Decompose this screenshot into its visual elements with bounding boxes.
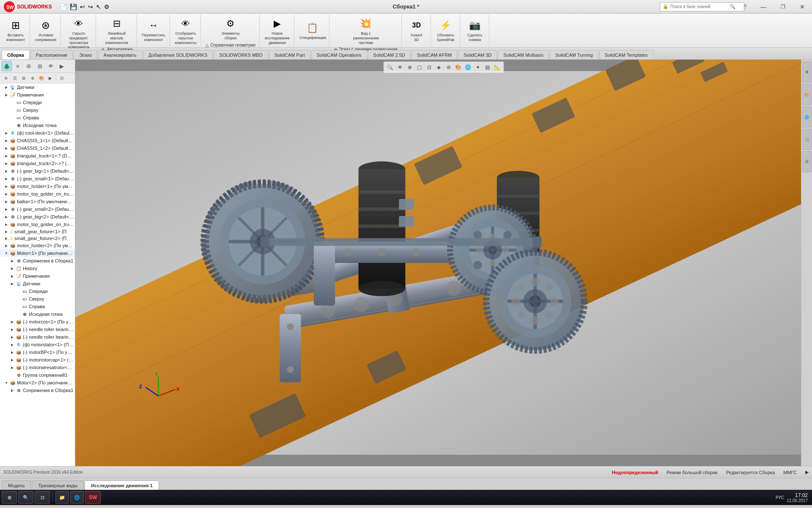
tree-item-motor1[interactable]: ▼ 📦 Motor<1> (По умолчанию<<По	[0, 249, 75, 257]
help-icon[interactable]: ?	[737, 0, 754, 14]
tree-item-triangular2[interactable]: ▶ 📦 triangular_truck<2>->? (Default<	[0, 160, 75, 167]
save-icon[interactable]: 💾	[69, 3, 78, 11]
tasks-button[interactable]: ☰	[802, 151, 812, 172]
appearance-icon[interactable]: 🎨	[37, 74, 46, 82]
tree-item-motor1-top[interactable]: ▭ Сверху	[0, 295, 75, 303]
appearances-button[interactable]: 🎨	[802, 84, 812, 105]
tab-analyze[interactable]: Анализировать	[98, 50, 142, 59]
property-manager-icon[interactable]: ≡	[13, 61, 23, 71]
tree-item-cool-deck[interactable]: ▶ Ф (ф) cool-deck<1> (Default<<Def	[0, 129, 75, 137]
tree-item-gear-small2[interactable]: ▶ ⚙ (-) gear_small<2> (Default<<Def	[0, 205, 75, 213]
start-button[interactable]: ⊞	[2, 491, 17, 504]
dimension-icon[interactable]: 📐	[493, 63, 502, 72]
tree-item-gear-big2[interactable]: ▶ ⚙ (-) gear_big<2> (Default<<Defa	[0, 213, 75, 221]
tree-item-motorcos1[interactable]: ▶ 📦 (-) motorcos<1> (По умол	[0, 318, 75, 326]
tree-item-motor-top2[interactable]: ▶ 📦 motor_top_golder_on_truck<2>:	[0, 221, 75, 228]
new-file-icon[interactable]: 📄	[59, 3, 68, 11]
assembly-elements-button[interactable]: ⚙ Элементысборки	[219, 16, 242, 41]
tree-item-motor1-sensors[interactable]: ▶ 📡 Датчики	[0, 280, 75, 287]
realview-icon[interactable]: ✦	[473, 63, 483, 72]
status-expand-icon[interactable]: ▶	[805, 469, 809, 475]
tab-solidcam-turning[interactable]: SolidCAM Turning	[550, 50, 598, 59]
tree-item-origin[interactable]: ⊕ Исходная точка	[0, 121, 75, 129]
hide-lines-icon[interactable]: ⊡	[425, 63, 434, 72]
tab-assembly[interactable]: Сборка	[2, 50, 30, 59]
search-input[interactable]	[670, 4, 730, 9]
undo-icon[interactable]: ↩	[79, 3, 86, 11]
explode-view-button[interactable]: 💥 Вид сразнесеннымичастями	[351, 16, 380, 46]
filter-icon[interactable]: ⊛	[2, 74, 10, 82]
tree-item-needle1[interactable]: ▶ 📦 (-) needle roller bearing_nrb:	[0, 326, 75, 333]
expand-all-icon[interactable]: ▶	[46, 74, 55, 82]
tab-sketch[interactable]: Эскиз	[74, 50, 97, 59]
tree-item-front[interactable]: ▭ Спереди	[0, 99, 75, 106]
tree-item-balka1[interactable]: ▶ 📦 balka<1> (По умолчанию<<По	[0, 198, 75, 205]
search-go-icon[interactable]: 🔍	[730, 4, 735, 9]
tree-item-chassis2[interactable]: ▶ 📦 CHASSIS_1<2> (Default<<Defaul	[0, 144, 75, 152]
tree-item-small-gear-fixture1[interactable]: ▶ ⚠ small_gear_fixture<1> (П	[0, 228, 75, 235]
tab-solidcam-afrm[interactable]: SolidCAM AFRM	[411, 50, 458, 59]
tab-solidcam-multiaxis[interactable]: SolidCAM Multiaxis	[498, 50, 549, 59]
tree-item-motorbp1[interactable]: ▶ 📦 (-) motorBP<1> (По умолч	[0, 348, 75, 356]
view-settings-button[interactable]: ⚙	[802, 61, 812, 83]
tree-item-sensors[interactable]: ▶ 📡 Датчики	[0, 83, 75, 91]
3d-viewport[interactable]: 🔍 👁 ⊕ ▢ ⊡ ◈ ⊚ 🎨 🌐 ✦ ▤ 📐	[75, 60, 812, 466]
tab-3d-views[interactable]: Трехмерные виды	[32, 480, 84, 490]
select-icon[interactable]: ↖	[95, 3, 102, 11]
conditions-button[interactable]: ⊛ Условиясопряжения	[33, 16, 58, 45]
tree-item-motor1-right[interactable]: ▭ Справа	[0, 303, 75, 310]
shadows-icon[interactable]: ▤	[483, 63, 492, 72]
task-view-button[interactable]: ⊡	[35, 491, 50, 504]
new-study-button[interactable]: ▶ Новоеисследованиедвижения	[263, 16, 291, 46]
tab-solidcam-templates[interactable]: SolidCAM Templates	[599, 50, 653, 59]
tab-solidcam-25d[interactable]: SolidCAM 2.5D	[368, 50, 411, 59]
tab-solidcam-part[interactable]: SolidCAM Part	[269, 50, 310, 59]
tree-item-right[interactable]: ▭ Справа	[0, 114, 75, 121]
tree-item-group-mates1[interactable]: ⚙ Группа сопряжений1	[0, 371, 75, 379]
config-manager-icon[interactable]: ⚙	[24, 61, 34, 71]
zoom-icon[interactable]: 🔍	[386, 63, 395, 72]
cam-manager-icon[interactable]: ⊞	[35, 61, 45, 71]
tree-item-gear-small1[interactable]: ▶ ⚙ (-) gear_small<1> (Default<<Def	[0, 175, 75, 182]
tree-item-motor-holder1[interactable]: ▶ 📦 motor_holder<1> (По умолчани	[0, 182, 75, 190]
tree-item-motorstator1[interactable]: ▶ Ф (ф) motorstator<1> (По умо	[0, 341, 75, 348]
specification-button[interactable]: 📋 Спецификация	[298, 16, 326, 45]
scene-background-button[interactable]: 🌐	[802, 106, 812, 127]
tree-item-motor1-front[interactable]: ▭ Спереди	[0, 287, 75, 295]
tree-item-motor1-mates[interactable]: ▶ ⚙ Сопряжения в Сборка1	[0, 257, 75, 265]
large-icon-view[interactable]: ⊞	[19, 74, 28, 82]
display-pane-button[interactable]: ▢	[802, 129, 812, 150]
linear-pattern-button[interactable]: ⊟ Линейный массивкомпонентов	[102, 16, 131, 46]
redo-icon[interactable]: ↪	[87, 3, 94, 11]
chrome-taskbar-button[interactable]: 🌐	[70, 491, 84, 504]
tree-item-motor2-mates[interactable]: ▶ ⚙ Сопряжения в Сборка1	[0, 387, 75, 394]
tab-solidcam-operations[interactable]: SolidCAM Operations	[311, 50, 367, 59]
filter-active-icon[interactable]: ⊟	[58, 74, 66, 82]
tree-item-motor2[interactable]: ▼ 📦 Motor<2> (По умолчанию<<По	[0, 379, 75, 387]
scene-icon[interactable]: 🌐	[464, 63, 473, 72]
show-hidden-button[interactable]: 👁 Отобразитьскрытыекомпоненты	[173, 16, 198, 46]
solidworks-taskbar-button[interactable]: SW	[85, 491, 101, 504]
appearance-vp-icon[interactable]: 🎨	[454, 63, 463, 72]
insert-component-button[interactable]: ⊞ Вставитькомпонент	[4, 16, 27, 45]
tab-solidworks-mbd[interactable]: SOLIDWORKS MBD	[214, 50, 268, 59]
coord-icon[interactable]: ⊕	[28, 74, 37, 82]
view-orient-icon[interactable]: 👁	[395, 63, 405, 72]
tree-item-small-gear-fixture2[interactable]: ▶ ⚠ small_gear_fixture<2> (П	[0, 235, 75, 242]
explorer-taskbar-button[interactable]: 📁	[55, 491, 69, 504]
tree-item-triangular1[interactable]: ▶ 📦 triangular_truck<1>:? (Default<	[0, 152, 75, 160]
section-view-icon[interactable]: ⊕	[405, 63, 414, 72]
perspective-icon[interactable]: ⊚	[444, 63, 453, 72]
shaded-icon[interactable]: ◈	[434, 63, 444, 72]
tree-item-motorwiresrotor1[interactable]: ▶ 📦 (-) motorwiresatrotor<1> (П	[0, 364, 75, 371]
tree-item-motor-holder2[interactable]: ▶ 📦 motor_holder<2> (По умолча	[0, 242, 75, 249]
search-button[interactable]: 🔍	[18, 491, 33, 504]
reference-geometry-button[interactable]: △ Справочная геометрия	[204, 42, 257, 48]
close-button[interactable]: ✕	[793, 0, 812, 14]
tab-solidworks-add[interactable]: Добавления SOLIDWORKS	[143, 50, 213, 59]
settings-icon[interactable]: ⚙	[103, 3, 110, 11]
tree-item-notes[interactable]: ▶ 📝 Примечания	[0, 91, 75, 99]
snapshot-button[interactable]: 📷 Сделатьснимок	[464, 16, 486, 45]
speedpak-button[interactable]: ⚡ ОбновитьSpeedPak	[434, 16, 457, 45]
tree-item-motor-top1[interactable]: ▶ 📦 motor_top_golder_on_truck<1>:	[0, 190, 75, 198]
